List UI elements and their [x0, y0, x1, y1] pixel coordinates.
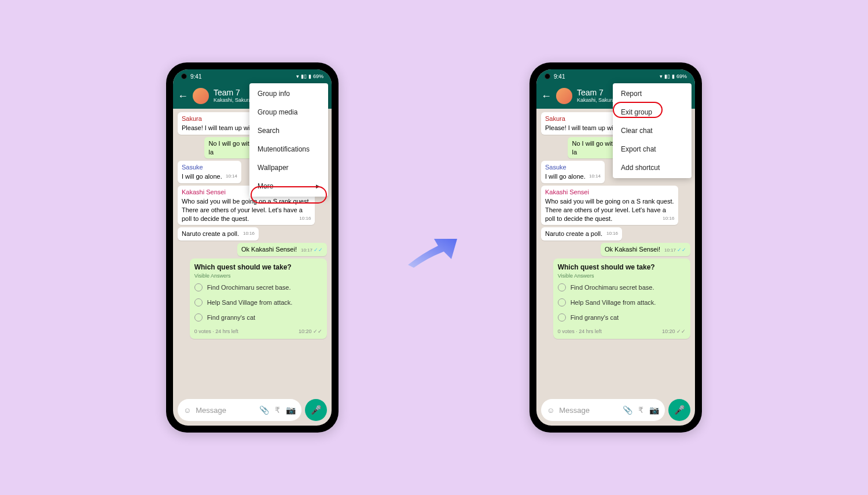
phone-left: 9:41 ▾▮▯▮69% ← Team 7 Kakashi, Sakura, S…: [166, 62, 339, 433]
menu-export-chat[interactable]: Export chat: [613, 140, 692, 158]
poll-visible-label: Visible Answers: [558, 273, 686, 279]
chevron-right-icon: ▶: [316, 183, 320, 189]
message-out[interactable]: Ok Kakashi Sensei!10:17✓✓: [601, 243, 690, 256]
screen: 9:41 ▾▮▯▮69% ← Team 7 Kakashi, Sakura, S…: [173, 69, 332, 426]
statusbar: 9:41 ▾▮▯▮69%: [173, 69, 332, 83]
poll-option[interactable]: Find granny's cat: [558, 313, 686, 322]
input-bar: ☺ Message 📎₹📷 🎤: [541, 399, 690, 421]
transition-arrow: [402, 221, 466, 274]
status-icons: ▾▮▯▮69%: [660, 73, 687, 79]
camera-icon[interactable]: 📷: [286, 405, 296, 415]
status-icons: ▾▮▯▮69%: [296, 73, 323, 79]
mic-button[interactable]: 🎤: [305, 399, 327, 421]
poll-message[interactable]: Which quest should we take? Visible Answ…: [190, 258, 327, 339]
read-ticks-icon: ✓✓: [314, 247, 323, 253]
menu-wallpaper[interactable]: Wallpaper: [249, 158, 328, 177]
radio-icon[interactable]: [194, 313, 203, 322]
menu-report[interactable]: Report: [613, 84, 692, 103]
menu-group-media[interactable]: Group media: [249, 103, 328, 121]
poll-option[interactable]: Help Sand Village from attack.: [558, 298, 686, 306]
poll-option[interactable]: Find granny's cat: [194, 313, 322, 322]
phone-right: 9:41 ▾▮▯▮69% ← Team 7 Kakashi, Sakura, S…: [529, 62, 702, 433]
radio-icon[interactable]: [194, 283, 203, 291]
menu-more[interactable]: More▶: [249, 177, 328, 195]
radio-icon[interactable]: [194, 298, 203, 306]
message-in[interactable]: Naruto create a poll.10:16: [541, 227, 622, 241]
emoji-icon[interactable]: ☺: [183, 406, 191, 415]
camera-icon[interactable]: 📷: [649, 405, 659, 415]
menu-mute[interactable]: Mutenotifications: [249, 140, 328, 158]
mic-button[interactable]: 🎤: [668, 399, 690, 421]
menu-add-shortcut[interactable]: Add shortcut: [613, 158, 692, 177]
camera-cutout: [545, 73, 550, 79]
menu-clear-chat[interactable]: Clear chat: [613, 121, 692, 140]
message-in[interactable]: Naruto create a poll.10:16: [178, 227, 259, 241]
input-bar: ☺ Message 📎₹📷 🎤: [178, 399, 327, 421]
radio-icon[interactable]: [558, 313, 566, 322]
menu-search[interactable]: Search: [249, 121, 328, 140]
message-out[interactable]: Ok Kakashi Sensei!10:17✓✓: [237, 243, 327, 256]
status-time: 9:41: [554, 73, 565, 80]
message-input[interactable]: ☺ Message 📎₹📷: [178, 399, 301, 421]
camera-cutout: [181, 73, 187, 79]
message-in[interactable]: SasukeI will go alone.10:14: [178, 161, 241, 183]
emoji-icon[interactable]: ☺: [547, 406, 554, 415]
statusbar: 9:41 ▾▮▯▮69%: [536, 69, 695, 83]
message-placeholder: Message: [559, 406, 590, 415]
poll-title: Which quest should we take?: [194, 263, 322, 271]
poll-option[interactable]: Help Sand Village from attack.: [194, 298, 322, 306]
arrow-icon: [402, 221, 466, 274]
message-input[interactable]: ☺ Message 📎₹📷: [541, 399, 665, 421]
overflow-menu: Group info Group media Search Mutenotifi…: [249, 83, 328, 197]
radio-icon[interactable]: [558, 298, 566, 306]
menu-group-info[interactable]: Group info: [249, 84, 328, 103]
status-time: 9:41: [190, 73, 201, 80]
message-in[interactable]: Kakashi SenseiWho said you will be going…: [541, 186, 678, 225]
attach-icon[interactable]: 📎: [623, 405, 632, 415]
read-ticks-icon: ✓✓: [676, 328, 686, 334]
mic-icon: 🎤: [674, 405, 685, 415]
poll-visible-label: Visible Answers: [194, 273, 322, 279]
message-in[interactable]: SasukeI will go alone.10:14: [541, 161, 605, 183]
menu-exit-group[interactable]: Exit group: [613, 103, 692, 121]
radio-icon[interactable]: [558, 283, 566, 291]
poll-title: Which quest should we take?: [558, 263, 686, 271]
back-icon[interactable]: ←: [541, 90, 551, 102]
rupee-icon[interactable]: ₹: [638, 405, 643, 415]
back-icon[interactable]: ←: [178, 90, 188, 102]
attach-icon[interactable]: 📎: [259, 405, 269, 415]
group-avatar[interactable]: [193, 88, 209, 104]
group-avatar[interactable]: [556, 88, 572, 104]
poll-message[interactable]: Which quest should we take? Visible Answ…: [553, 258, 690, 339]
poll-option[interactable]: Find Orochimaru secret base.: [558, 283, 686, 291]
screen: 9:41 ▾▮▯▮69% ← Team 7 Kakashi, Sakura, S…: [536, 69, 695, 426]
poll-option[interactable]: Find Orochimaru secret base.: [194, 283, 322, 291]
read-ticks-icon: ✓✓: [313, 328, 322, 334]
more-submenu: Report Exit group Clear chat Export chat…: [613, 83, 692, 178]
poll-footer: 0 votes · 24 hrs left10:20 ✓✓: [558, 328, 686, 334]
read-ticks-icon: ✓✓: [677, 247, 686, 253]
rupee-icon[interactable]: ₹: [275, 405, 280, 415]
mic-icon: 🎤: [311, 405, 322, 415]
poll-footer: 0 votes · 24 hrs left10:20 ✓✓: [194, 328, 322, 334]
message-placeholder: Message: [196, 406, 226, 415]
